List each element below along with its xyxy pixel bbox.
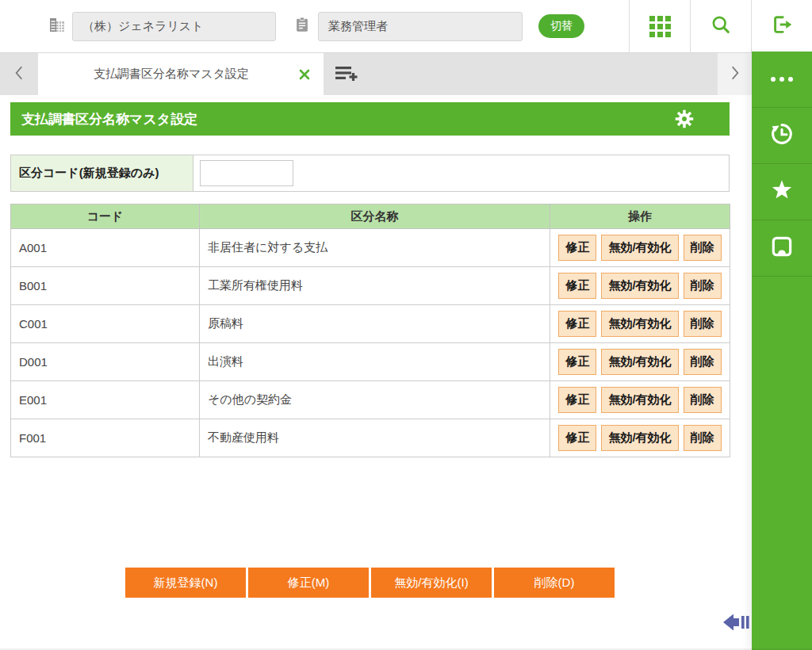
new-code-form-row: 区分コード(新規登録のみ) — [10, 155, 730, 192]
table-body: A001 非居住者に対する支払 修正無効/有効化削除 B001 工業所有権使用料… — [11, 229, 730, 457]
page-title: 支払調書区分名称マスタ設定 — [21, 110, 674, 128]
cell-name: 原稿料 — [200, 305, 550, 343]
category-code-input[interactable] — [200, 160, 293, 186]
search-icon — [710, 13, 732, 39]
add-tab-button[interactable] — [324, 53, 370, 95]
row-action-delete-button[interactable]: 削除 — [684, 311, 722, 337]
table-row: E001 その他の契約金 修正無効/有効化削除 — [11, 381, 730, 419]
row-action-toggle-button[interactable]: 無効/有効化 — [601, 387, 678, 413]
gear-icon — [674, 109, 695, 129]
cell-actions: 修正無効/有効化削除 — [550, 381, 730, 419]
sidebar-tray-button[interactable] — [752, 220, 812, 277]
column-header-name: 区分名称 — [200, 205, 550, 229]
table-row: B001 工業所有権使用料 修正無効/有効化削除 — [11, 267, 730, 305]
close-icon[interactable] — [295, 68, 314, 81]
cell-name: その他の契約金 — [200, 381, 550, 419]
cell-code: F001 — [11, 419, 200, 457]
category-code-label: 区分コード(新規登録のみ) — [11, 155, 193, 191]
table-header-row: コード 区分名称 操作 — [11, 205, 730, 229]
apps-grid-button[interactable] — [629, 0, 690, 52]
header-icon-group — [629, 0, 812, 52]
chevron-left-icon — [13, 65, 25, 84]
clipboard-icon — [293, 15, 311, 37]
row-action-delete-button[interactable]: 削除 — [684, 349, 722, 375]
tab-label: 支払調書区分名称マスタ設定 — [48, 67, 295, 82]
company-field[interactable]: （株）ジェネラリスト — [72, 12, 276, 41]
row-action-edit-button[interactable]: 修正 — [558, 387, 596, 413]
row-action-edit-button[interactable]: 修正 — [558, 349, 596, 375]
switch-button[interactable]: 切替 — [538, 14, 584, 38]
column-header-code: コード — [11, 205, 200, 229]
collapse-panel-button[interactable] — [722, 610, 753, 637]
row-action-toggle-button[interactable]: 無効/有効化 — [601, 273, 678, 299]
company-field-value: （株）ジェネラリスト — [82, 19, 203, 34]
row-action-delete-button[interactable]: 削除 — [684, 235, 722, 261]
settings-button[interactable] — [674, 109, 695, 129]
table-row: D001 出演料 修正無効/有効化削除 — [11, 343, 730, 381]
row-action-toggle-button[interactable]: 無効/有効化 — [601, 349, 678, 375]
column-header-actions: 操作 — [550, 205, 730, 229]
row-action-delete-button[interactable]: 削除 — [684, 273, 722, 299]
row-action-edit-button[interactable]: 修正 — [558, 235, 596, 261]
tab-payment-report-master[interactable]: 支払調書区分名称マスタ設定 — [38, 53, 324, 95]
row-action-toggle-button[interactable]: 無効/有効化 — [601, 311, 678, 337]
table-row: C001 原稿料 修正無効/有効化削除 — [11, 305, 730, 343]
search-button[interactable] — [690, 0, 751, 52]
register-new-button[interactable]: 新規登録(N) — [125, 568, 246, 598]
cell-actions: 修正無効/有効化削除 — [550, 267, 730, 305]
page-title-bar: 支払調書区分名称マスタ設定 — [10, 102, 730, 136]
add-tab-icon — [334, 63, 359, 86]
star-icon — [768, 177, 795, 207]
table-row: A001 非居住者に対する支払 修正無効/有効化削除 — [11, 229, 730, 267]
logout-button[interactable] — [751, 0, 812, 52]
cell-code: A001 — [11, 229, 200, 267]
sidebar-more-button[interactable] — [752, 52, 812, 108]
delete-button[interactable]: 削除(D) — [494, 568, 615, 598]
cell-code: D001 — [11, 343, 200, 381]
apps-grid-icon — [649, 16, 671, 37]
row-action-delete-button[interactable]: 削除 — [684, 425, 722, 451]
tab-bar-spacer — [370, 53, 718, 95]
cell-actions: 修正無効/有効化削除 — [550, 419, 730, 457]
role-field[interactable]: 業務管理者 — [318, 12, 523, 41]
collapse-arrow-icon — [722, 610, 753, 634]
row-action-delete-button[interactable]: 削除 — [684, 387, 722, 413]
cell-actions: 修正無効/有効化削除 — [550, 343, 730, 381]
app-window: （株）ジェネラリスト 業務管理者 切替 — [0, 0, 812, 650]
action-bar: 新規登録(N)修正(M)無効/有効化(I)削除(D) — [10, 568, 730, 598]
edit-button[interactable]: 修正(M) — [248, 568, 369, 598]
table-row: F001 不動産使用料 修正無効/有効化削除 — [11, 419, 730, 457]
toggle-enable-button[interactable]: 無効/有効化(I) — [371, 568, 492, 598]
tabs-scroll-left-button[interactable] — [0, 53, 38, 95]
cell-name: 出演料 — [200, 343, 550, 381]
tab-bar: 支払調書区分名称マスタ設定 — [0, 53, 752, 95]
cell-code: C001 — [11, 305, 200, 343]
row-action-toggle-button[interactable]: 無効/有効化 — [601, 235, 678, 261]
sidebar-favorites-button[interactable] — [752, 164, 812, 220]
logout-icon — [771, 13, 793, 39]
role-field-value: 業務管理者 — [328, 19, 388, 34]
ellipsis-icon — [771, 77, 793, 82]
category-master-table: コード 区分名称 操作 A001 非居住者に対する支払 修正無効/有効化削除 B… — [10, 204, 730, 457]
cell-code: E001 — [11, 381, 200, 419]
row-action-toggle-button[interactable]: 無効/有効化 — [601, 425, 678, 451]
row-action-edit-button[interactable]: 修正 — [558, 425, 596, 451]
cell-name: 非居住者に対する支払 — [200, 229, 550, 267]
chevron-right-icon — [730, 65, 741, 84]
cell-name: 不動産使用料 — [200, 419, 550, 457]
row-action-edit-button[interactable]: 修正 — [558, 311, 596, 337]
cell-name: 工業所有権使用料 — [200, 267, 550, 305]
tray-icon — [769, 234, 795, 262]
cell-actions: 修正無効/有効化削除 — [550, 305, 730, 343]
sidebar-history-button[interactable] — [752, 108, 812, 164]
tabs-scroll-right-button[interactable] — [718, 53, 752, 95]
row-action-edit-button[interactable]: 修正 — [558, 273, 596, 299]
right-sidebar — [752, 52, 812, 650]
cell-code: B001 — [11, 267, 200, 305]
history-icon — [768, 120, 795, 151]
cell-actions: 修正無効/有効化削除 — [550, 229, 730, 267]
app-header: （株）ジェネラリスト 業務管理者 切替 — [0, 0, 812, 53]
building-icon — [48, 15, 67, 37]
